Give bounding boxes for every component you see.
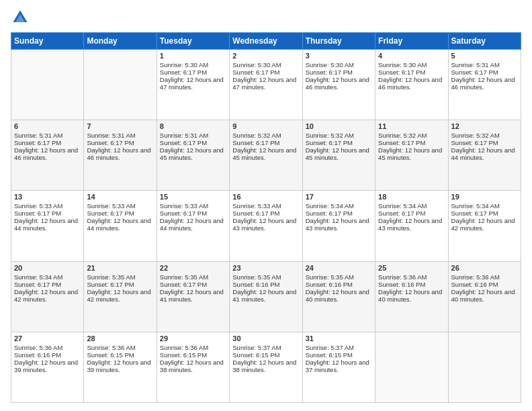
- calendar-cell: 4Sunrise: 5:30 AMSunset: 6:17 PMDaylight…: [375, 50, 448, 120]
- calendar-cell: [375, 332, 448, 402]
- day-info: Daylight: 12 hours and 44 minutes.: [87, 217, 153, 232]
- day-info: Sunset: 6:17 PM: [87, 139, 153, 146]
- day-number: 31: [306, 334, 372, 342]
- day-info: Daylight: 12 hours and 46 minutes.: [378, 76, 445, 91]
- calendar-cell: [11, 50, 84, 120]
- day-info: Sunrise: 5:30 AM: [306, 61, 372, 68]
- day-info: Sunrise: 5:33 AM: [232, 202, 299, 210]
- calendar-cell: 17Sunrise: 5:34 AMSunset: 6:17 PMDayligh…: [302, 191, 375, 261]
- day-info: Sunrise: 5:33 AM: [14, 202, 81, 210]
- day-info: Daylight: 12 hours and 38 minutes.: [160, 359, 226, 373]
- day-info: Sunrise: 5:34 AM: [306, 202, 372, 210]
- day-info: Sunset: 6:17 PM: [160, 68, 226, 76]
- day-info: Sunset: 6:17 PM: [451, 210, 518, 217]
- calendar-cell: 16Sunrise: 5:33 AMSunset: 6:17 PMDayligh…: [230, 191, 302, 261]
- day-info: Sunset: 6:16 PM: [378, 281, 445, 288]
- calendar-cell: 18Sunrise: 5:34 AMSunset: 6:17 PMDayligh…: [375, 191, 448, 261]
- calendar-header-sunday: Sunday: [11, 33, 84, 50]
- day-info: Sunset: 6:17 PM: [14, 281, 81, 288]
- calendar-cell: 10Sunrise: 5:32 AMSunset: 6:17 PMDayligh…: [302, 120, 375, 191]
- day-info: Sunset: 6:16 PM: [14, 351, 81, 359]
- day-info: Sunrise: 5:32 AM: [378, 132, 445, 139]
- day-info: Sunset: 6:17 PM: [306, 139, 372, 146]
- day-info: Sunset: 6:15 PM: [87, 351, 153, 359]
- day-info: Sunrise: 5:30 AM: [160, 61, 226, 68]
- day-info: Daylight: 12 hours and 39 minutes.: [87, 359, 153, 373]
- day-info: Daylight: 12 hours and 40 minutes.: [378, 288, 445, 303]
- day-info: Daylight: 12 hours and 42 minutes.: [451, 217, 518, 232]
- day-number: 26: [451, 264, 518, 272]
- calendar-cell: 24Sunrise: 5:35 AMSunset: 6:16 PMDayligh…: [302, 261, 375, 332]
- day-info: Sunset: 6:17 PM: [232, 139, 299, 146]
- day-number: 1: [160, 52, 226, 60]
- calendar-cell: 11Sunrise: 5:32 AMSunset: 6:17 PMDayligh…: [375, 120, 448, 191]
- calendar-header-thursday: Thursday: [302, 33, 375, 50]
- day-number: 9: [232, 122, 299, 130]
- calendar-cell: 8Sunrise: 5:31 AMSunset: 6:17 PMDaylight…: [157, 120, 229, 191]
- day-info: Sunset: 6:17 PM: [14, 210, 81, 217]
- day-info: Daylight: 12 hours and 40 minutes.: [306, 288, 372, 303]
- day-info: Sunrise: 5:33 AM: [87, 202, 153, 210]
- calendar-cell: 15Sunrise: 5:33 AMSunset: 6:17 PMDayligh…: [157, 191, 229, 261]
- day-info: Sunrise: 5:36 AM: [451, 273, 518, 281]
- logo: [11, 8, 32, 27]
- day-info: Daylight: 12 hours and 45 minutes.: [160, 146, 226, 161]
- day-info: Sunrise: 5:35 AM: [160, 273, 226, 281]
- day-info: Sunrise: 5:32 AM: [306, 132, 372, 139]
- calendar-header-saturday: Saturday: [448, 33, 521, 50]
- day-info: Sunset: 6:17 PM: [87, 210, 153, 217]
- day-info: Daylight: 12 hours and 43 minutes.: [306, 217, 372, 232]
- day-info: Sunrise: 5:33 AM: [160, 202, 226, 210]
- calendar-cell: [84, 50, 157, 120]
- day-info: Sunset: 6:17 PM: [87, 281, 153, 288]
- day-info: Sunset: 6:15 PM: [160, 351, 226, 359]
- calendar-header-wednesday: Wednesday: [230, 33, 302, 50]
- day-info: Sunset: 6:17 PM: [378, 210, 445, 217]
- day-number: 10: [306, 122, 372, 130]
- day-number: 3: [306, 52, 372, 60]
- day-number: 13: [14, 193, 81, 201]
- day-info: Sunset: 6:17 PM: [160, 210, 226, 217]
- calendar-cell: 20Sunrise: 5:34 AMSunset: 6:17 PMDayligh…: [11, 261, 84, 332]
- page: SundayMondayTuesdayWednesdayThursdayFrid…: [0, 0, 532, 411]
- calendar-cell: 25Sunrise: 5:36 AMSunset: 6:16 PMDayligh…: [375, 261, 448, 332]
- calendar-cell: 31Sunrise: 5:37 AMSunset: 6:15 PMDayligh…: [302, 332, 375, 402]
- day-number: 21: [87, 264, 153, 272]
- calendar-week-2: 6Sunrise: 5:31 AMSunset: 6:17 PMDaylight…: [11, 120, 521, 191]
- day-info: Sunset: 6:17 PM: [451, 139, 518, 146]
- day-info: Sunrise: 5:36 AM: [160, 344, 226, 351]
- day-info: Sunset: 6:17 PM: [306, 68, 372, 76]
- day-info: Daylight: 12 hours and 45 minutes.: [306, 146, 372, 161]
- day-info: Sunrise: 5:32 AM: [232, 132, 299, 139]
- calendar-cell: 29Sunrise: 5:36 AMSunset: 6:15 PMDayligh…: [157, 332, 229, 402]
- day-info: Daylight: 12 hours and 44 minutes.: [451, 146, 518, 161]
- day-number: 14: [87, 193, 153, 201]
- day-number: 11: [378, 122, 445, 130]
- calendar-cell: 12Sunrise: 5:32 AMSunset: 6:17 PMDayligh…: [448, 120, 521, 191]
- calendar-header-friday: Friday: [375, 33, 448, 50]
- calendar-cell: 3Sunrise: 5:30 AMSunset: 6:17 PMDaylight…: [302, 50, 375, 120]
- day-info: Sunrise: 5:31 AM: [160, 132, 226, 139]
- day-info: Sunset: 6:17 PM: [232, 210, 299, 217]
- calendar-cell: [448, 332, 521, 402]
- calendar-cell: 21Sunrise: 5:35 AMSunset: 6:17 PMDayligh…: [84, 261, 157, 332]
- day-info: Sunrise: 5:31 AM: [451, 61, 518, 68]
- calendar-header-tuesday: Tuesday: [157, 33, 229, 50]
- day-info: Sunset: 6:16 PM: [451, 281, 518, 288]
- day-info: Daylight: 12 hours and 44 minutes.: [160, 217, 226, 232]
- calendar-cell: 5Sunrise: 5:31 AMSunset: 6:17 PMDaylight…: [448, 50, 521, 120]
- calendar-table: SundayMondayTuesdayWednesdayThursdayFrid…: [11, 32, 521, 403]
- day-info: Sunset: 6:17 PM: [232, 68, 299, 76]
- day-info: Daylight: 12 hours and 45 minutes.: [378, 146, 445, 161]
- day-info: Sunset: 6:15 PM: [306, 351, 372, 359]
- calendar-week-5: 27Sunrise: 5:36 AMSunset: 6:16 PMDayligh…: [11, 332, 521, 402]
- calendar-cell: 14Sunrise: 5:33 AMSunset: 6:17 PMDayligh…: [84, 191, 157, 261]
- day-info: Sunset: 6:17 PM: [378, 139, 445, 146]
- day-info: Daylight: 12 hours and 44 minutes.: [14, 217, 81, 232]
- calendar-cell: 13Sunrise: 5:33 AMSunset: 6:17 PMDayligh…: [11, 191, 84, 261]
- logo-icon: [11, 8, 30, 27]
- calendar-cell: 6Sunrise: 5:31 AMSunset: 6:17 PMDaylight…: [11, 120, 84, 191]
- day-number: 17: [306, 193, 372, 201]
- day-info: Daylight: 12 hours and 43 minutes.: [378, 217, 445, 232]
- day-info: Daylight: 12 hours and 46 minutes.: [87, 146, 153, 161]
